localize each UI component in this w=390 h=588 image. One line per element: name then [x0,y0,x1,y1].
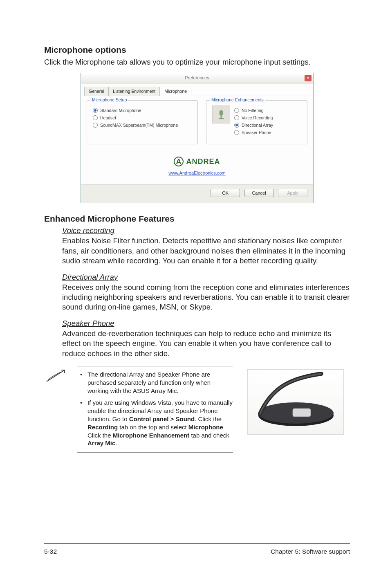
andrea-branding: A ANDREA www.AndreaElectronics.com [81,149,313,184]
radio-headset[interactable]: Headset [93,115,192,120]
andrea-link[interactable]: www.AndreaElectronics.com [81,171,313,175]
radio-speaker-phone[interactable]: Speaker Phone [234,130,273,135]
radio-label: SoundMAX Superbeam(TM) Microphone [100,123,178,128]
radio-directional-array[interactable]: Directional Array [234,123,273,128]
subhead-voice: Voice recording [62,226,350,235]
section-title-enhanced: Enhanced Microphone Features [44,214,350,224]
note-item-1: The directional Array and Speaker Phone … [77,370,233,395]
section-text: Click the Microphone tab allows you to o… [44,57,350,67]
body-spk: Advanced de-reverberation techniques can… [62,329,350,359]
radio-no-filtering[interactable]: No Filtering [234,108,273,113]
array-mic-image [247,369,344,435]
preferences-dialog: Preferences × General Listening Environm… [81,73,314,203]
section-title-mic-options: Microphone options [44,45,350,55]
subhead-spk: Speaker Phone [62,319,350,328]
tab-microphone[interactable]: Microphone [160,87,191,96]
svg-rect-2 [219,118,224,119]
radio-standard-mic[interactable]: Standard Microphone [93,108,192,113]
radio-label: Directional Array [242,123,273,128]
group-mic-setup: Microphone Setup Standard Microphone Hea… [87,100,198,144]
mic-thumb-icon [212,105,230,123]
group-mic-enhancements: Microphone Enhancements No Filtering [206,100,307,144]
svg-rect-0 [220,110,223,116]
radio-label: Voice Recording [242,115,273,120]
tab-general[interactable]: General [84,87,108,96]
group-legend: Microphone Enhancements [210,97,265,102]
dialog-title: Preferences [185,75,209,80]
body-dir: Receives only the sound coming from the … [62,283,350,312]
note-item-2: If you are using Windows Vista, you have… [77,399,233,447]
svg-rect-1 [221,116,222,118]
note-block: The directional Array and Speaker Phone … [44,366,350,453]
cancel-button[interactable]: Cancel [244,189,274,197]
tabs-row: General Listening Environment Microphone [81,84,313,96]
ok-button[interactable]: OK [211,189,240,197]
chapter-label: Chapter 5: Software support [271,548,350,555]
page-number: 5-32 [44,548,57,555]
dialog-titlebar: Preferences × [81,73,313,84]
svg-rect-5 [293,408,311,417]
andrea-badge-icon: A [174,157,184,166]
radio-label: Headset [100,115,116,120]
apply-button[interactable]: Apply [278,189,307,197]
radio-label: Speaker Phone [242,130,271,135]
radio-voice-recording[interactable]: Voice Recording [234,115,273,120]
dialog-buttons: OK Cancel Apply [81,184,313,203]
andrea-logo-text: ANDREA [186,157,220,166]
note-icon [44,366,69,386]
close-icon[interactable]: × [305,75,312,81]
group-legend: Microphone Setup [90,97,128,102]
radio-label: Standard Microphone [100,108,141,113]
radio-soundmax[interactable]: SoundMAX Superbeam(TM) Microphone [93,123,192,128]
subhead-dir: Directional Array [62,273,350,282]
body-voice: Enables Noise Filter function. Detects r… [62,236,350,266]
tab-listening[interactable]: Listening Environment [108,87,160,96]
page-footer: 5-32 Chapter 5: Software support [44,543,350,555]
radio-label: No Filtering [242,108,264,113]
